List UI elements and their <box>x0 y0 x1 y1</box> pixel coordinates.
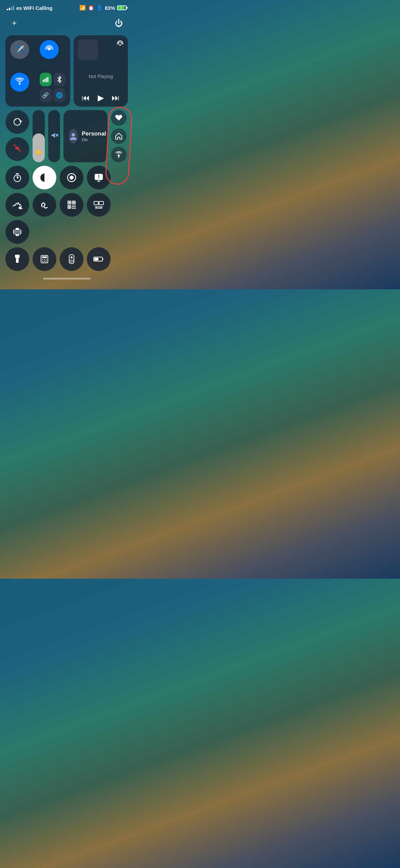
svg-rect-46 <box>42 256 47 258</box>
carrier-text: es WiFi Calling <box>16 5 53 11</box>
battery-fill: ⚡ <box>118 6 125 10</box>
remote-button[interactable] <box>60 247 83 271</box>
rewind-button[interactable]: ⏮ <box>82 93 90 103</box>
svg-rect-31 <box>74 207 76 209</box>
hotspot-title: Personal <box>82 130 106 137</box>
control-center: ✈️ <box>0 35 133 271</box>
row-sliders: ☀️ Personal On <box>5 110 128 162</box>
status-bar: es WiFi Calling 📶 ⏰ 👤 83% ⚡ <box>0 0 133 14</box>
signal-bar-3 <box>11 7 12 10</box>
svg-point-42 <box>17 234 18 235</box>
screen-mirror-button[interactable] <box>87 193 111 217</box>
flashlight-button[interactable] <box>5 247 29 271</box>
mute-button[interactable] <box>5 137 29 161</box>
svg-rect-40 <box>16 228 19 230</box>
hotspot-avatar <box>69 129 78 144</box>
wifi-icon <box>15 77 24 87</box>
svg-point-18 <box>70 176 74 180</box>
home-button[interactable] <box>111 128 127 144</box>
svg-rect-25 <box>73 202 75 203</box>
lock-mute-group <box>5 110 29 162</box>
mute-icon <box>13 143 22 155</box>
battery-icon: ⚡ <box>117 5 127 10</box>
signal-bar-1 <box>7 9 8 10</box>
volume-slider[interactable] <box>48 110 60 162</box>
sound-recognition-button[interactable] <box>5 193 29 217</box>
airplane-mode-button[interactable]: ✈️ <box>10 40 29 59</box>
wifi-status-icon: 📶 <box>79 5 86 11</box>
row-audio-scan <box>5 193 128 217</box>
screen-record-button[interactable] <box>60 166 83 189</box>
signal-bars <box>7 6 14 10</box>
brightness-slider[interactable]: ☀️ <box>33 110 45 162</box>
radio-wave-button[interactable] <box>111 147 127 162</box>
connectivity-toggles: ✈️ <box>5 35 70 107</box>
svg-rect-28 <box>72 205 74 207</box>
airplay-button[interactable] <box>116 39 124 49</box>
row-scanner <box>5 220 128 244</box>
play-button[interactable]: ▶ <box>98 93 104 103</box>
svg-rect-32 <box>94 201 98 205</box>
svg-point-60 <box>73 261 74 263</box>
calculator-button[interactable] <box>33 247 56 271</box>
wifi-button[interactable] <box>10 73 29 92</box>
shazam-button[interactable] <box>33 193 56 217</box>
bluetooth-button[interactable] <box>54 73 65 86</box>
row-connectivity-media: ✈️ <box>5 35 128 107</box>
hotspot-text: Personal On <box>82 130 106 142</box>
battery-status-button[interactable] <box>87 247 111 271</box>
svg-rect-29 <box>74 205 76 207</box>
row-tools <box>5 247 128 271</box>
mic-button[interactable]: 🌐 <box>54 88 65 102</box>
svg-point-57 <box>73 260 74 261</box>
home-indicator <box>43 278 91 279</box>
svg-rect-4 <box>46 78 47 82</box>
svg-rect-3 <box>44 79 45 82</box>
rotation-lock-button[interactable] <box>5 110 29 134</box>
svg-point-1 <box>19 83 21 85</box>
status-right: 📶 ⏰ 👤 83% ⚡ <box>79 5 127 11</box>
hotspot-button[interactable] <box>40 40 59 59</box>
hotspot-icon <box>44 44 54 55</box>
heart-button[interactable] <box>111 110 127 126</box>
right-extras-panel <box>111 110 128 162</box>
qr-code-button[interactable] <box>60 193 83 217</box>
feedback-button[interactable]: ! <box>87 166 111 189</box>
volume-muted-icon <box>50 131 58 142</box>
timer-button[interactable] <box>5 166 29 189</box>
svg-rect-30 <box>72 207 74 209</box>
brightness-fill <box>33 133 45 162</box>
svg-rect-23 <box>69 202 70 203</box>
signal-bar-4 <box>13 6 14 10</box>
scanner-button[interactable] <box>5 220 29 244</box>
fast-forward-button[interactable]: ⏭ <box>112 93 120 103</box>
signal-bar-2 <box>9 8 10 10</box>
power-button[interactable]: ⏻ <box>113 17 125 29</box>
bottom-toggle-area: 🔗 🌐 <box>40 73 66 102</box>
add-button[interactable]: + <box>8 17 20 29</box>
svg-point-58 <box>70 261 71 263</box>
media-top <box>78 39 124 60</box>
svg-rect-44 <box>15 255 20 256</box>
svg-text:!: ! <box>98 174 100 179</box>
svg-point-47 <box>42 259 43 260</box>
svg-point-52 <box>46 261 47 262</box>
personal-hotspot-button[interactable]: Personal On <box>63 110 108 162</box>
chain-link-button[interactable]: 🔗 <box>40 88 52 102</box>
not-playing-text: Not Playing <box>78 72 124 80</box>
svg-point-59 <box>71 261 72 263</box>
svg-point-56 <box>71 260 72 261</box>
svg-point-49 <box>46 259 47 260</box>
svg-point-50 <box>42 261 43 262</box>
battery-percentage: 83% <box>105 5 115 11</box>
media-artwork <box>78 39 98 60</box>
alarm-status-icon: ⏰ <box>88 5 94 11</box>
svg-point-48 <box>44 259 45 260</box>
status-left: es WiFi Calling <box>7 5 53 11</box>
svg-point-54 <box>71 256 73 258</box>
cellular-button[interactable] <box>40 73 52 86</box>
hotspot-status: On <box>82 137 106 142</box>
svg-rect-5 <box>47 77 49 82</box>
svg-rect-2 <box>43 80 44 82</box>
dark-mode-button[interactable] <box>33 166 56 189</box>
